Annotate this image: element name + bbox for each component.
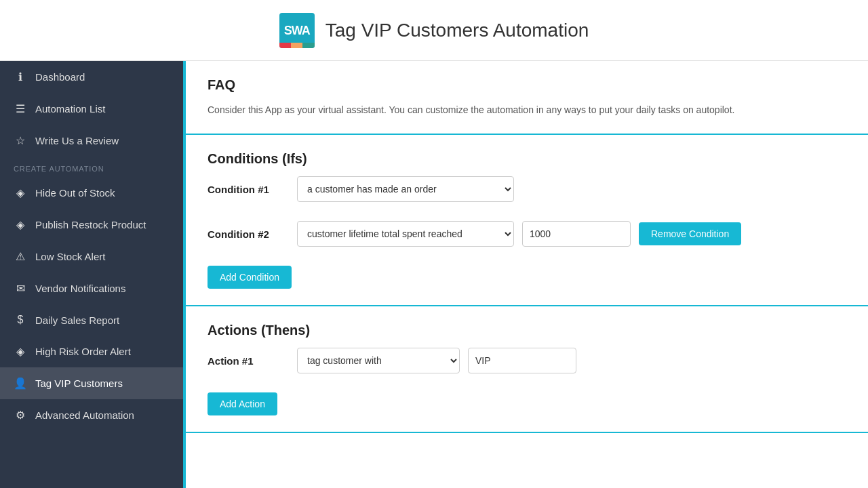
sidebar-item-automation-list[interactable]: ☰ Automation List (0, 93, 183, 125)
sidebar-item-hide-out-of-stock[interactable]: ◈ Hide Out of Stock (0, 177, 183, 209)
sidebar-item-low-stock-alert[interactable]: ⚠ Low Stock Alert (0, 241, 183, 272)
sidebar-item-daily-sales[interactable]: $ Daily Sales Report (0, 304, 183, 336)
sidebar-label-dashboard: Dashboard (35, 71, 85, 83)
condition-1-label: Condition #1 (208, 184, 289, 195)
faq-title: FAQ (208, 77, 846, 93)
condition-2-select[interactable]: a customer has made an order customer li… (297, 221, 514, 247)
remove-condition-button[interactable]: Remove Condition (639, 222, 741, 245)
conditions-section: Conditions (Ifs) Condition #1 a customer… (186, 135, 868, 306)
user-icon: 👤 (14, 377, 27, 390)
dollar-icon: $ (14, 314, 27, 326)
sidebar-item-dashboard[interactable]: ℹ Dashboard (0, 61, 183, 93)
gear-icon: ⚙ (14, 409, 27, 422)
sidebar: ℹ Dashboard ☰ Automation List ☆ Write Us… (0, 61, 183, 488)
condition-1-row: Condition #1 a customer has made an orde… (208, 176, 846, 202)
add-action-button[interactable]: Add Action (208, 392, 277, 415)
sidebar-label-daily-sales: Daily Sales Report (35, 314, 119, 326)
sidebar-item-vendor-notifications[interactable]: ✉ Vendor Notifications (0, 272, 183, 304)
sidebar-label-publish-restock: Publish Restock Product (35, 219, 146, 230)
info-icon: ℹ (14, 70, 27, 83)
sidebar-label-low-stock-alert: Low Stock Alert (35, 251, 105, 262)
box-icon: ◈ (14, 186, 27, 199)
page-title: Tag VIP Customers Automation (326, 20, 589, 41)
sidebar-item-advanced-automation[interactable]: ⚙ Advanced Automation (0, 399, 183, 431)
condition-2-row: Condition #2 a customer has made an orde… (208, 221, 846, 247)
action-1-select[interactable]: tag customer with send email to customer… (297, 348, 460, 373)
sidebar-label-automation-list: Automation List (35, 103, 105, 115)
list-icon: ☰ (14, 102, 27, 115)
sidebar-item-write-review[interactable]: ☆ Write Us a Review (0, 125, 183, 157)
warning-icon: ⚠ (14, 250, 27, 263)
conditions-title: Conditions (Ifs) (208, 151, 846, 167)
publish-icon: ◈ (14, 218, 27, 231)
create-automation-section: CREATE AUTOMATION (0, 157, 183, 177)
sidebar-label-tag-vip: Tag VIP Customers (35, 378, 123, 389)
alert-icon: ◈ (14, 345, 27, 358)
logo-stripe (279, 43, 315, 48)
star-icon: ☆ (14, 134, 27, 147)
sidebar-label-vendor-notifications: Vendor Notifications (35, 283, 125, 294)
faq-description: Consider this App as your virtual assist… (208, 102, 846, 117)
condition-1-select[interactable]: a customer has made an order customer li… (297, 176, 514, 202)
logo-text: SWA (284, 24, 310, 37)
action-1-label: Action #1 (208, 355, 289, 367)
app-header: SWA Tag VIP Customers Automation (0, 0, 868, 61)
condition-2-label: Condition #2 (208, 228, 289, 240)
add-action-row: Add Action (208, 392, 846, 415)
sidebar-item-publish-restock[interactable]: ◈ Publish Restock Product (0, 209, 183, 241)
add-condition-button[interactable]: Add Condition (208, 266, 292, 289)
condition-2-value-input[interactable] (522, 221, 631, 247)
action-1-row: Action #1 tag customer with send email t… (208, 348, 846, 373)
sidebar-label-write-review: Write Us a Review (35, 135, 119, 146)
sidebar-label-hide-out-of-stock: Hide Out of Stock (35, 187, 115, 199)
faq-section: FAQ Consider this App as your virtual as… (186, 61, 868, 135)
sidebar-item-high-risk-order[interactable]: ◈ High Risk Order Alert (0, 336, 183, 367)
mail-icon: ✉ (14, 282, 27, 295)
main-content: FAQ Consider this App as your virtual as… (183, 61, 868, 488)
sidebar-item-tag-vip[interactable]: 👤 Tag VIP Customers (0, 367, 183, 399)
actions-section: Actions (Thens) Action #1 tag customer w… (186, 306, 868, 433)
app-logo: SWA (279, 13, 315, 48)
add-condition-row: Add Condition (208, 266, 846, 289)
actions-title: Actions (Thens) (208, 323, 846, 338)
action-1-value-input[interactable] (468, 348, 576, 373)
sidebar-label-high-risk-order: High Risk Order Alert (35, 346, 131, 357)
sidebar-label-advanced-automation: Advanced Automation (35, 409, 134, 421)
